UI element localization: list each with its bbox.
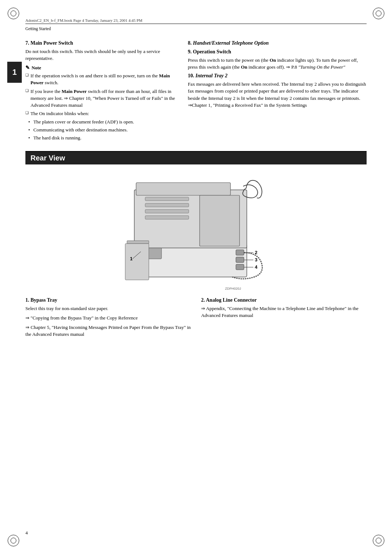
- corner-decoration-bl: [7, 534, 20, 547]
- svg-rect-6: [145, 216, 189, 219]
- rear-view-title: Rear View: [25, 151, 367, 164]
- svg-rect-3: [145, 197, 189, 201]
- analog-title: 2. Analog Line Connector: [201, 297, 367, 303]
- section7-body: Do not touch this switch. This switch sh…: [25, 48, 178, 62]
- svg-rect-4: [145, 203, 189, 207]
- page-number: 4: [25, 530, 28, 536]
- section8-title: 8. Handset/External Telephone Option: [188, 40, 367, 46]
- svg-rect-9: [236, 250, 244, 255]
- section10-body: Fax messages are delivered here when rec…: [188, 81, 367, 109]
- corner-decoration-tr: [372, 7, 385, 20]
- note-box: ✎ Note If the operation switch is on and…: [25, 65, 178, 141]
- svg-text:2: 2: [255, 250, 257, 255]
- bypass-body1: Select this tray for non-standard size p…: [25, 305, 191, 312]
- note-item-2: If you leave the Main Power switch off f…: [25, 88, 178, 109]
- svg-text:1: 1: [130, 256, 132, 261]
- svg-rect-10: [236, 257, 244, 262]
- bullet-item-3: The hard disk is running.: [28, 134, 178, 141]
- filename-label: AdonisC2_EN_b-f_FM.book Page 4 Tuesday, …: [25, 18, 142, 23]
- section7-title: 7. Main Power Switch: [25, 40, 178, 46]
- bypass-tray-section: 1. Bypass Tray Select this tray for non-…: [25, 297, 191, 341]
- svg-text:3: 3: [255, 257, 257, 262]
- svg-rect-2: [136, 183, 230, 195]
- analog-body: ⇒ Appendix, "Connecting the Machine to a…: [201, 305, 367, 319]
- note-label: ✎ Note: [25, 65, 178, 71]
- svg-rect-13: [125, 244, 149, 280]
- note-item-3: The On indicator blinks when:: [25, 110, 178, 117]
- left-column: 7. Main Power Switch Do not touch this s…: [25, 40, 178, 144]
- bypass-body2: ⇒ "Copying from the Bypass Tray" in the …: [25, 314, 191, 321]
- bullet-item-1: The platen cover or document feeder (ADF…: [28, 118, 178, 125]
- section10-title: 10. Internal Tray 2: [188, 73, 367, 79]
- bullet-list: The platen cover or document feeder (ADF…: [28, 118, 178, 141]
- bypass-tray-title: 1. Bypass Tray: [25, 297, 191, 303]
- note-item-1: If the operation switch is on and there …: [25, 72, 178, 86]
- section9-body: Press this switch to turn the power on (…: [188, 57, 367, 70]
- chapter-tab: 1: [7, 62, 22, 83]
- svg-rect-7: [200, 195, 240, 246]
- svg-rect-12: [127, 241, 149, 244]
- right-column: 8. Handset/External Telephone Option 9. …: [188, 40, 367, 144]
- svg-text:ZDPH020J: ZDPH020J: [225, 287, 241, 290]
- note-items-list: If the operation switch is on and there …: [25, 72, 178, 117]
- bypass-body3: ⇒ Chapter 5, "Having Incoming Messages P…: [25, 324, 191, 338]
- rear-view-section: Rear View: [25, 151, 367, 341]
- page-header: AdonisC2_EN_b-f_FM.book Page 4 Tuesday, …: [25, 18, 367, 24]
- main-content: 7. Main Power Switch Do not touch this s…: [25, 34, 367, 144]
- svg-rect-11: [236, 264, 244, 270]
- diagram-svg: 1 2 3 4 ZDPH020J: [102, 168, 290, 293]
- section-label: Getting Started: [25, 27, 51, 31]
- diagram-area: 1 2 3 4 ZDPH020J: [25, 164, 367, 295]
- chapter-number: 1: [12, 68, 17, 77]
- analog-connector-section: 2. Analog Line Connector ⇒ Appendix, "Co…: [201, 297, 367, 341]
- rear-view-illustration: 1 2 3 4 ZDPH020J: [102, 168, 290, 292]
- bottom-content: 1. Bypass Tray Select this tray for non-…: [25, 297, 367, 341]
- corner-decoration-tl: [7, 7, 20, 20]
- bullet-item-2: Communicating with other destination mac…: [28, 126, 178, 133]
- svg-rect-5: [145, 209, 189, 213]
- note-icon: ✎: [25, 65, 30, 71]
- corner-decoration-br: [372, 534, 385, 547]
- section9-title: 9. Operation Switch: [188, 49, 367, 55]
- svg-text:4: 4: [255, 264, 258, 270]
